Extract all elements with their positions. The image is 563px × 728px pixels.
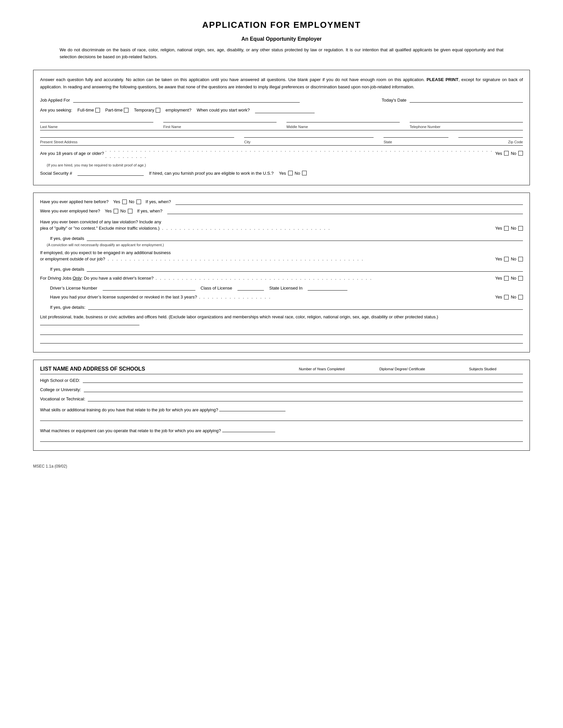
activities-question: List professional, trade, business or ci… <box>40 314 438 319</box>
ssn-input[interactable] <box>77 170 144 176</box>
seeking-row: Are you seeking: Full-time Part-time Tem… <box>40 107 523 113</box>
vocational-label: Vocational or Technical: <box>40 396 85 401</box>
middle-name-col: Middle Name <box>287 116 400 129</box>
vocational-row: Vocational or Technical: <box>40 395 523 401</box>
temporary-wrapper: Temporary <box>134 108 160 113</box>
ssn-label: Social Security # <box>40 171 72 176</box>
machines-line[interactable] <box>40 436 523 442</box>
ssn-eligibility-row: Social Security # If hired, can you furn… <box>40 170 523 176</box>
driving-no-checkbox[interactable] <box>518 276 523 281</box>
first-name-label: First Name <box>163 125 276 129</box>
license-number-input[interactable] <box>103 285 195 291</box>
address-row: Present Street Address City State Zip Co… <box>40 132 523 146</box>
outside-yes-checkbox[interactable] <box>504 257 509 261</box>
outside-no-checkbox[interactable] <box>518 257 523 261</box>
outside-no-label: No <box>511 256 516 262</box>
skills-input-inline[interactable] <box>219 405 286 411</box>
parttime-checkbox[interactable] <box>124 108 128 113</box>
work-eligible-label: If hired, can you furnish proof you are … <box>149 171 273 176</box>
applied-before-row: Have you ever applied here before? Yes N… <box>40 199 523 205</box>
state-col: State <box>384 132 448 144</box>
suspended-dots: . . . . . . . . . . . . . . . . . <box>199 294 493 300</box>
driving-yes-checkbox[interactable] <box>504 276 509 281</box>
age-dots: . . . . . . . . . . . . . . . . . . . . … <box>105 147 494 160</box>
applied-before-label: Have you ever applied here before? <box>40 199 109 204</box>
start-work-input[interactable] <box>255 107 315 113</box>
outside-yes-no: Yes No <box>495 256 523 262</box>
vocational-input[interactable] <box>88 395 523 401</box>
street-col: Present Street Address <box>40 132 234 144</box>
telephone-label: Telephone Number <box>410 125 523 129</box>
employment-label: employment? <box>165 108 191 113</box>
class-input[interactable] <box>237 285 264 291</box>
work-no-checkbox[interactable] <box>302 171 307 175</box>
footer-text: MSEC 1.1a (09/02) <box>33 464 530 469</box>
subjects-col-header: Subjects Studied <box>443 367 523 372</box>
first-name-input[interactable] <box>163 116 276 122</box>
temporary-checkbox[interactable] <box>156 108 160 113</box>
applied-yes-checkbox[interactable] <box>122 200 127 204</box>
fulltime-checkbox[interactable] <box>95 108 100 113</box>
work-yes-label: Yes <box>279 171 286 176</box>
applied-no-checkbox[interactable] <box>136 200 141 204</box>
activities-section: List professional, trade, business or ci… <box>40 314 523 343</box>
zip-input[interactable] <box>458 132 523 138</box>
suspended-yes-label: Yes <box>495 294 502 300</box>
applied-when-label: If yes, when? <box>146 199 171 204</box>
city-input[interactable] <box>244 132 374 138</box>
age-no-checkbox[interactable] <box>518 151 523 156</box>
activities-line-1[interactable] <box>40 329 523 335</box>
driving-yes-no: Yes No <box>495 275 523 282</box>
age-note: (If you are hired, you may be required t… <box>40 163 523 167</box>
suspended-question: Have you had your driver’s license suspe… <box>50 294 197 300</box>
suspended-row: Have you had your driver’s license suspe… <box>40 294 523 300</box>
state-licensed-input[interactable] <box>308 285 348 291</box>
todays-date-input[interactable] <box>410 97 523 103</box>
age-question: Are you 18 years of age or older? <box>40 150 104 157</box>
conviction-question: Have you ever been convicted of any law … <box>40 219 161 231</box>
high-school-input[interactable] <box>83 377 523 383</box>
skills-section: What skills or additional training do yo… <box>40 405 523 421</box>
suspended-no-checkbox[interactable] <box>518 295 523 299</box>
driving-question: For Driving Jobs Only: Do you have a val… <box>40 275 154 282</box>
employed-when-label: If yes, when? <box>137 208 163 213</box>
instructions-text: Answer each question fully and accuratel… <box>40 76 523 91</box>
work-yes-checkbox[interactable] <box>288 171 293 175</box>
age-yes-checkbox[interactable] <box>504 151 509 156</box>
employed-when-input[interactable] <box>167 208 523 214</box>
applied-when-input[interactable] <box>175 199 523 205</box>
college-label: College or University: <box>40 387 81 392</box>
machines-section: What machines or equipment can you opera… <box>40 426 523 442</box>
skills-line[interactable] <box>40 415 523 421</box>
conviction-no-label: No <box>511 225 516 232</box>
state-input[interactable] <box>384 132 448 138</box>
fulltime-label: Full-time <box>77 108 94 113</box>
suspended-details-input[interactable] <box>88 304 523 310</box>
zip-label: Zip Code <box>458 140 523 144</box>
employed-here-row: Were you ever employed here? Yes No If y… <box>40 208 523 214</box>
employed-yes-checkbox[interactable] <box>114 209 118 213</box>
conviction-yes-checkbox[interactable] <box>504 226 509 231</box>
diploma-col-header: Diploma/ Degree/ Certificate <box>362 367 443 372</box>
driving-dots: . . . . . . . . . . . . . . . . . . . . … <box>156 275 493 282</box>
job-applied-input[interactable] <box>73 97 300 103</box>
conviction-details-input[interactable] <box>87 235 523 241</box>
section-basic-info: Answer each question fully and accuratel… <box>33 70 530 185</box>
machines-input-inline[interactable] <box>222 426 275 432</box>
employed-yes-no: Yes No <box>105 208 132 213</box>
todays-date-label: Today's Date <box>382 98 407 103</box>
street-input[interactable] <box>40 132 234 138</box>
last-name-input[interactable] <box>40 116 153 122</box>
outside-details-label: If yes, give details <box>40 267 84 272</box>
outside-details-input[interactable] <box>87 266 523 272</box>
middle-name-input[interactable] <box>287 116 400 122</box>
employed-no-checkbox[interactable] <box>128 209 132 213</box>
activities-input-inline[interactable] <box>40 319 139 325</box>
activities-line-2[interactable] <box>40 338 523 343</box>
conviction-no-checkbox[interactable] <box>518 226 523 231</box>
suspended-yes-checkbox[interactable] <box>504 295 509 299</box>
telephone-input[interactable] <box>410 116 523 122</box>
start-work-label: When could you start work? <box>197 108 250 113</box>
college-input[interactable] <box>84 386 523 392</box>
skills-question: What skills or additional training do yo… <box>40 407 218 412</box>
